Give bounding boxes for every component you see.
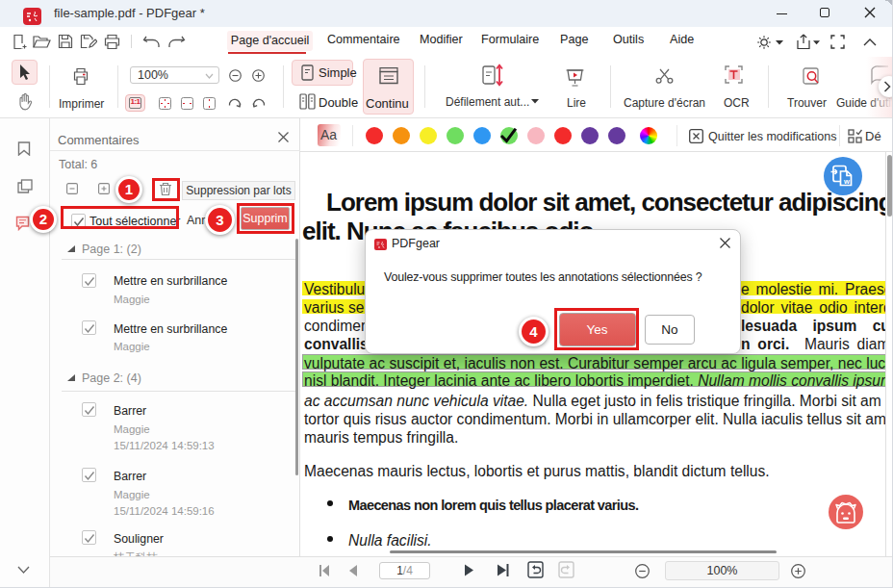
svg-text:w: w — [843, 177, 850, 186]
